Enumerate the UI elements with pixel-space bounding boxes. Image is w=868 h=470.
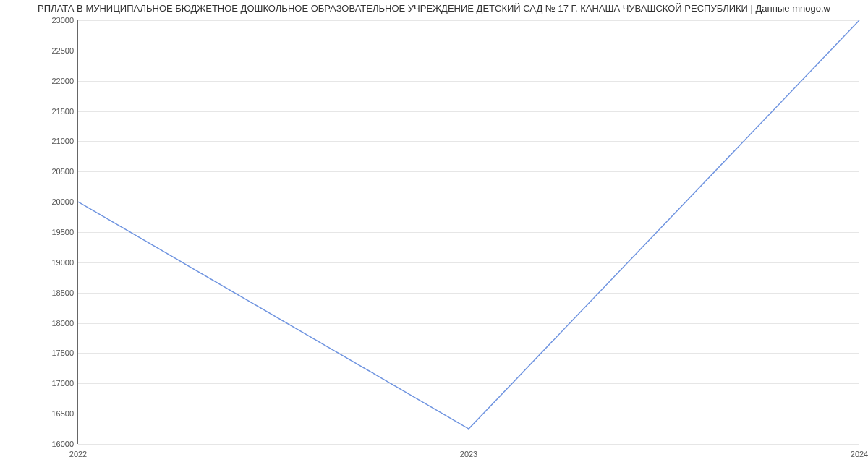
y-tick-label: 22500 bbox=[51, 46, 74, 55]
y-tick-label: 16500 bbox=[51, 409, 74, 418]
y-tick-label: 21500 bbox=[51, 107, 74, 116]
y-tick-label: 23000 bbox=[51, 16, 74, 25]
y-tick-label: 20000 bbox=[51, 197, 74, 206]
chart-title: РПЛАТА В МУНИЦИПАЛЬНОЕ БЮДЖЕТНОЕ ДОШКОЛЬ… bbox=[0, 3, 868, 14]
x-tick-label: 2024 bbox=[851, 450, 868, 458]
x-tick-label: 2022 bbox=[69, 450, 87, 458]
y-tick-label: 17000 bbox=[51, 379, 74, 388]
x-tick-label: 2023 bbox=[460, 450, 477, 458]
y-tick-label: 19000 bbox=[51, 258, 74, 267]
y-tick-label: 21000 bbox=[51, 137, 74, 145]
y-tick-label: 16000 bbox=[51, 440, 74, 448]
y-tick-label: 19500 bbox=[51, 228, 74, 236]
y-tick-label: 20500 bbox=[51, 167, 74, 176]
gridline bbox=[78, 444, 859, 445]
y-tick-label: 18500 bbox=[51, 289, 74, 297]
y-tick-label: 17500 bbox=[51, 349, 74, 357]
line-series bbox=[78, 20, 859, 444]
y-tick-label: 18000 bbox=[51, 319, 74, 328]
y-tick-label: 22000 bbox=[51, 77, 74, 85]
